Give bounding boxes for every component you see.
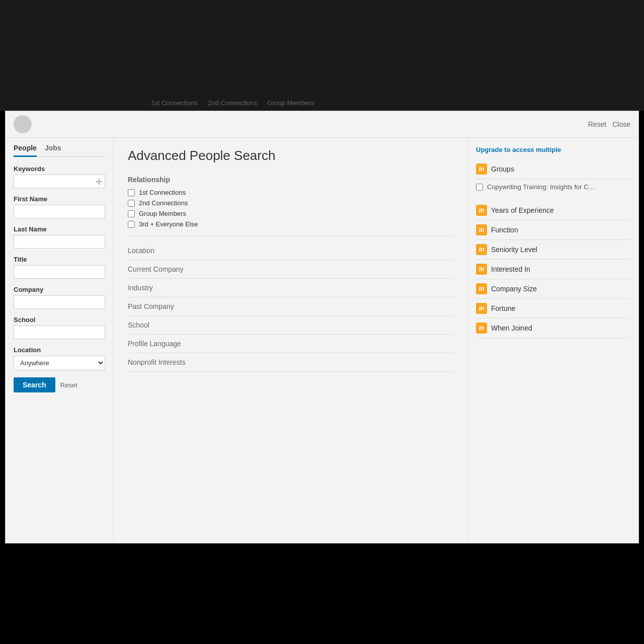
keywords-group: Keywords ✛: [14, 165, 105, 188]
function-badge: in: [476, 224, 487, 235]
in-badge-text-8: in: [479, 325, 485, 332]
groups-checkbox[interactable]: [476, 184, 483, 191]
filter-profile-language[interactable]: Profile Language: [128, 335, 453, 353]
groups-item-row: Copywriting Training: Insights for Copyw…: [476, 179, 630, 195]
seniority-badge: in: [476, 244, 487, 255]
premium-function[interactable]: in Function: [476, 220, 630, 240]
modal-body: People Jobs Keywords ✛ First Name Last N…: [6, 138, 638, 550]
checkbox-3rd[interactable]: 3rd + Everyone Else: [128, 220, 453, 228]
upgrade-link[interactable]: Upgrade to access multiple: [476, 146, 630, 153]
checkbox-2nd-label: 2nd Connections: [139, 199, 188, 207]
in-badge-text-5: in: [479, 266, 485, 273]
reset-button[interactable]: Reset: [588, 120, 607, 128]
search-button[interactable]: Search: [14, 377, 55, 392]
first-name-label: First Name: [14, 195, 105, 203]
in-badge-text-6: in: [479, 285, 485, 292]
checkbox-2nd-input[interactable]: [128, 200, 135, 207]
filter-nonprofit[interactable]: Nonprofit Interests: [128, 353, 453, 372]
title-label: Title: [14, 256, 105, 263]
top-tab-1st[interactable]: 1st Connections: [151, 99, 198, 107]
tab-people[interactable]: People: [14, 144, 37, 157]
years-experience-badge: in: [476, 205, 487, 216]
in-badge-text: in: [479, 166, 485, 173]
top-bar: 1st Connections 2nd Connections Group Me…: [0, 0, 644, 111]
filter-industry[interactable]: Industry: [128, 279, 453, 297]
avatar: [14, 115, 32, 133]
last-name-label: Last Name: [14, 225, 105, 233]
premium-company-size[interactable]: in Company Size: [476, 279, 630, 299]
when-joined-label: When Joined: [491, 324, 532, 332]
premium-fortune[interactable]: in Fortune: [476, 299, 630, 318]
filter-school[interactable]: School: [128, 316, 453, 335]
checkbox-group-label: Group Members: [139, 210, 186, 217]
premium-years-experience[interactable]: in Years of Experience: [476, 201, 630, 220]
checkbox-2nd[interactable]: 2nd Connections: [128, 199, 453, 207]
first-name-group: First Name: [14, 195, 105, 218]
relationship-section: Relationship 1st Connections 2nd Connect…: [128, 176, 453, 228]
groups-in-badge: in: [476, 164, 487, 175]
in-badge-text-2: in: [479, 207, 485, 214]
school-group: School: [14, 316, 105, 339]
filter-location[interactable]: Location: [128, 242, 453, 260]
first-name-input[interactable]: [14, 205, 105, 218]
checkbox-group-input[interactable]: [128, 210, 135, 217]
top-tab-group[interactable]: Group Members: [267, 99, 314, 107]
close-button[interactable]: Close: [612, 120, 630, 128]
interested-in-badge: in: [476, 264, 487, 275]
company-group: Company: [14, 286, 105, 309]
tab-jobs[interactable]: Jobs: [45, 144, 61, 154]
right-panel: Upgrade to access multiple in Groups Cop…: [467, 138, 638, 550]
school-label: School: [14, 316, 105, 324]
when-joined-badge: in: [476, 323, 487, 334]
premium-when-joined[interactable]: in When Joined: [476, 318, 630, 338]
fortune-badge: in: [476, 303, 487, 314]
location-group: Location Anywhere United States United K…: [14, 346, 105, 370]
divider-relationship: [128, 236, 453, 236]
company-label: Company: [14, 286, 105, 293]
advanced-search-modal: Reset Close People Jobs Keywords ✛ Fir: [5, 111, 639, 551]
checkbox-3rd-input[interactable]: [128, 221, 135, 228]
page-title: Advanced People Search: [128, 148, 453, 164]
modal-header: Reset Close: [6, 111, 638, 138]
company-input[interactable]: [14, 295, 105, 309]
groups-item[interactable]: in Groups: [476, 159, 630, 179]
premium-interested-in[interactable]: in Interested In: [476, 260, 630, 279]
group-item-label: Copywriting Training: Insights for Copyw…: [487, 183, 598, 191]
school-input[interactable]: [14, 326, 105, 339]
checkbox-3rd-label: 3rd + Everyone Else: [139, 220, 198, 228]
keywords-label: Keywords: [14, 165, 105, 173]
relationship-options: 1st Connections 2nd Connections Group Me…: [128, 189, 453, 228]
title-group: Title: [14, 256, 105, 279]
seniority-label: Seniority Level: [491, 246, 537, 254]
checkbox-1st[interactable]: 1st Connections: [128, 189, 453, 196]
keywords-input[interactable]: [14, 175, 105, 188]
checkbox-1st-input[interactable]: [128, 189, 135, 196]
in-badge-text-4: in: [479, 246, 485, 253]
plus-icon[interactable]: ✛: [96, 177, 102, 186]
groups-section: in Groups Copywriting Training: Insights…: [476, 159, 630, 195]
left-sidebar: People Jobs Keywords ✛ First Name Last N…: [6, 138, 114, 550]
company-size-badge: in: [476, 283, 487, 294]
company-size-label: Company Size: [491, 285, 537, 293]
premium-seniority[interactable]: in Seniority Level: [476, 240, 630, 260]
filter-past-company[interactable]: Past Company: [128, 297, 453, 316]
checkbox-group[interactable]: Group Members: [128, 210, 453, 217]
modal-actions: Reset Close: [588, 120, 630, 128]
location-select[interactable]: Anywhere United States United Kingdom Ca…: [14, 356, 105, 370]
fortune-label: Fortune: [491, 304, 515, 312]
location-label: Location: [14, 346, 105, 354]
nav-tabs: People Jobs: [14, 144, 105, 157]
keywords-input-wrapper: ✛: [14, 175, 105, 188]
interested-in-label: Interested In: [491, 265, 530, 273]
in-badge-text-7: in: [479, 305, 485, 312]
last-name-group: Last Name: [14, 225, 105, 249]
filter-current-company[interactable]: Current Company: [128, 260, 453, 279]
last-name-input[interactable]: [14, 235, 105, 249]
groups-label: Groups: [491, 165, 514, 173]
form-actions: Search Reset: [14, 377, 105, 392]
in-badge-text-3: in: [479, 226, 485, 233]
years-experience-label: Years of Experience: [491, 206, 554, 214]
top-tab-2nd[interactable]: 2nd Connections: [208, 99, 257, 107]
reset-sidebar-button[interactable]: Reset: [60, 381, 77, 389]
title-input[interactable]: [14, 265, 105, 279]
